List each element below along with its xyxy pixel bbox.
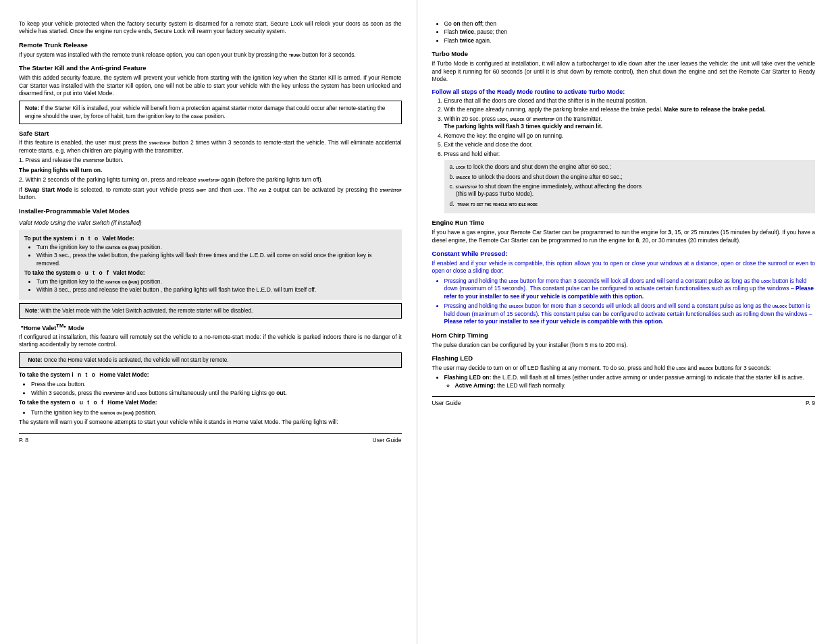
safe-start-step1b: The parking lights will turn on. <box>19 167 402 174</box>
take-out-home-heading: To take the system o u t o f Home Valet … <box>19 399 402 406</box>
horn-chirp-body: The pulse duration can be configured by … <box>432 342 816 349</box>
starter-kill-note: Note: If the Starter Kill is installed, … <box>19 101 402 124</box>
valet-modes-title: Installer-Programmable Valet Modes <box>19 207 402 216</box>
right-page-number: P. 9 <box>806 400 815 407</box>
put-in-valet-heading: To put the system i n t o Valet Mode: <box>24 235 396 242</box>
constant-pressed-bullets-2: Pressing and holding the unlock button f… <box>444 302 816 325</box>
safe-start-step2: 2. Within 2 seconds of the parking light… <box>19 176 402 184</box>
safe-start-title: Safe Start <box>19 130 402 138</box>
safe-start-body: If this feature is enabled, the user mus… <box>19 139 402 155</box>
engine-run-body: If you have a gas engine, your Remote Ca… <box>432 229 816 244</box>
turbo-mode-blue-heading: Follow all steps of the Ready Mode routi… <box>432 88 816 96</box>
turbo-sub-b: b. unlock to unlock the doors and shut d… <box>450 173 810 181</box>
turbo-mode-steps: Ensure that all the doors are closed and… <box>444 97 816 214</box>
page-right: Go on then off; then Flash twice, pause;… <box>417 0 835 644</box>
turbo-sub-c: c. start/stop to shut down the engine im… <box>450 183 810 198</box>
home-valet-closing: The system will warn you if someone atte… <box>19 419 402 426</box>
starter-kill-title: The Starter Kill and the Anti-grind Feat… <box>19 64 402 73</box>
turbo-mode-title: Turbo Mode <box>432 50 816 59</box>
flashing-led-title: Flashing LED <box>432 354 816 363</box>
turbo-sub-a: a. lock to lock the doors and shut down … <box>450 163 810 171</box>
left-page-number: P. 8 <box>19 437 28 444</box>
home-valet-heading: "Home ValetTM" Mode <box>19 323 402 332</box>
take-out-home-steps: Turn the ignition key to the ignition on… <box>31 409 402 417</box>
put-in-home-heading: To take the system i n t o Home Valet Mo… <box>19 371 402 379</box>
valet-in-out-box: To put the system i n t o Valet Mode: Tu… <box>19 230 402 299</box>
page-left: To keep your vehicle protected when the … <box>0 0 417 644</box>
safe-start-step1: 1. Press and release the start/stop butt… <box>19 157 402 164</box>
take-out-valet-heading: To take the system o u t o f Valet Mode: <box>24 269 396 277</box>
left-footer: P. 8 User Guide <box>19 433 402 444</box>
top-bullets: Go on then off; then Flash twice, pause;… <box>444 20 816 45</box>
constant-pressed-bullets: Pressing and holding the lock button for… <box>444 277 816 300</box>
constant-pressed-title: Constant While Pressed: <box>432 250 816 259</box>
left-page-label: User Guide <box>373 437 402 444</box>
remote-trunk-title: Remote Trunk Release <box>19 41 402 50</box>
home-valet-note: Note: Once the Home Valet Mode is activa… <box>19 352 402 368</box>
right-page-label: User Guide <box>432 400 461 407</box>
right-footer: User Guide P. 9 <box>432 396 816 407</box>
put-in-home-steps: Press the lock button. Within 3 seconds,… <box>31 381 402 397</box>
turbo-mode-body: If Turbo Mode is configured at installat… <box>432 60 816 83</box>
turbo-sub-d: d. trunk to set the vehicle into idle mo… <box>450 200 810 208</box>
page-container: To keep your vehicle protected when the … <box>0 0 834 644</box>
take-out-valet-steps: Turn the ignition key to the ignition on… <box>36 278 396 294</box>
put-in-valet-steps: Turn the ignition key to the ignition on… <box>36 244 396 267</box>
remote-trunk-body: If your system was installed with the re… <box>19 51 402 59</box>
engine-run-title: Engine Run Time <box>432 219 816 227</box>
intro-text: To keep your vehicle protected when the … <box>19 20 402 36</box>
constant-pressed-body: If enabled and if your vehicle is compat… <box>432 260 816 275</box>
valet-switch-heading: Valet Mode Using the Valet Switch (if in… <box>19 219 402 227</box>
home-valet-body: If configured at installation, this feat… <box>19 333 402 349</box>
starter-kill-body: With this added security feature, the sy… <box>19 74 402 97</box>
valet-switch-note: Note: With the Valet mode with the Valet… <box>19 303 402 319</box>
flashing-led-bullets: Flashing LED on: the L.E.D. will flash a… <box>444 374 816 390</box>
safe-start-swap: If Swap Start Mode is selected, to remot… <box>19 186 402 202</box>
horn-chirp-title: Horn Chirp Timing <box>432 331 816 340</box>
flashing-led-body: The user may decide to turn on or off LE… <box>432 365 816 372</box>
